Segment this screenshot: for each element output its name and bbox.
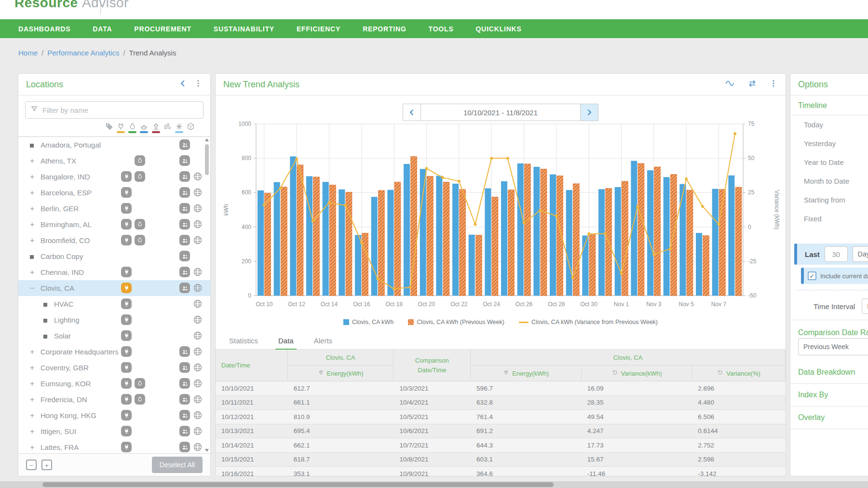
submeters-icon[interactable] bbox=[179, 410, 190, 420]
expand-icon[interactable]: + bbox=[30, 236, 41, 245]
submeters-icon[interactable] bbox=[179, 251, 190, 261]
virtual-meter-icon[interactable] bbox=[192, 314, 203, 325]
submeters-icon[interactable] bbox=[179, 187, 190, 198]
collapse-icon[interactable]: − bbox=[30, 284, 41, 293]
location-row[interactable]: Carbon Copy bbox=[18, 248, 210, 264]
electricity-meter-icon[interactable] bbox=[121, 314, 132, 325]
last-unit-select[interactable]: Days bbox=[853, 246, 868, 262]
electricity-meter-icon[interactable] bbox=[121, 410, 132, 420]
virtual-meter-icon[interactable] bbox=[192, 283, 203, 293]
submeters-icon[interactable] bbox=[179, 235, 190, 245]
scrollbar-thumb[interactable] bbox=[205, 144, 209, 175]
water-icon[interactable] bbox=[139, 122, 149, 133]
timeline-option-today[interactable]: Today bbox=[790, 115, 868, 134]
section-header-data-breakdown[interactable]: Data Breakdown bbox=[790, 361, 868, 384]
table-row[interactable]: 10/16/2021353.110/9/2021364.6-11.46-3.14… bbox=[216, 467, 786, 476]
virtual-meter-icon[interactable] bbox=[192, 219, 203, 230]
expand-icon[interactable]: + bbox=[30, 380, 41, 388]
submeters-icon[interactable] bbox=[179, 346, 190, 357]
location-row[interactable]: −Clovis, CA bbox=[18, 280, 210, 296]
tab-data[interactable]: Data bbox=[278, 332, 294, 349]
nav-item-sustainability[interactable]: SUSTAINABILITY bbox=[214, 25, 274, 33]
expand-icon[interactable]: + bbox=[30, 348, 41, 356]
expand-icon[interactable]: + bbox=[30, 157, 41, 165]
gas-icon[interactable] bbox=[127, 122, 137, 133]
table-row[interactable]: 10/14/2021662.110/7/2021644.317.732.752 bbox=[216, 438, 786, 453]
electricity-meter-icon[interactable] bbox=[121, 219, 132, 230]
table-row[interactable]: 10/10/2021612.710/3/2021596.716.092.696 bbox=[216, 381, 786, 396]
submeters-icon[interactable] bbox=[179, 426, 190, 436]
virtual-meter-icon[interactable] bbox=[192, 267, 203, 277]
submeters-icon[interactable] bbox=[179, 283, 190, 293]
electricity-meter-icon[interactable] bbox=[121, 267, 132, 277]
electricity-meter-icon[interactable] bbox=[121, 171, 132, 182]
timeline-option-starting-from[interactable]: Starting from bbox=[790, 190, 868, 209]
expand-icon[interactable]: + bbox=[30, 395, 41, 404]
timeline-header[interactable]: Timeline bbox=[790, 95, 868, 115]
expand-icon[interactable]: + bbox=[30, 220, 41, 229]
location-row[interactable]: Lighting bbox=[18, 312, 210, 328]
expand-icon[interactable]: + bbox=[30, 204, 41, 213]
electricity-meter-icon[interactable] bbox=[121, 362, 132, 373]
submeters-icon[interactable] bbox=[179, 171, 190, 182]
collapse-all-button[interactable]: − bbox=[26, 460, 37, 470]
expand-icon[interactable]: + bbox=[30, 268, 41, 277]
timeline-option-month-to-date[interactable]: Month to Date bbox=[790, 172, 868, 190]
location-row[interactable]: +Corporate Headquarters bbox=[18, 344, 210, 360]
nav-item-tools[interactable]: TOOLS bbox=[429, 25, 454, 33]
submeters-icon[interactable] bbox=[179, 219, 190, 230]
location-row[interactable]: +Broomfield, CO bbox=[18, 232, 210, 248]
electricity-meter-icon[interactable] bbox=[121, 187, 132, 198]
gas-meter-icon[interactable] bbox=[135, 378, 145, 389]
location-row[interactable]: +Berlin, GER bbox=[18, 201, 210, 217]
location-row[interactable]: +Fredericia, DN bbox=[18, 392, 210, 407]
locations-scrollbar[interactable] bbox=[204, 138, 209, 452]
virtual-meter-icon[interactable] bbox=[192, 378, 203, 389]
electricity-meter-icon[interactable] bbox=[121, 298, 132, 309]
expand-icon[interactable]: + bbox=[30, 364, 41, 372]
gas-meter-icon[interactable] bbox=[135, 235, 145, 245]
gas-meter-icon[interactable] bbox=[135, 219, 145, 230]
virtual-meter-icon[interactable] bbox=[192, 426, 203, 436]
electricity-meter-icon[interactable] bbox=[121, 426, 132, 436]
electricity-meter-icon[interactable] bbox=[121, 346, 132, 357]
virtual-meter-icon[interactable] bbox=[192, 442, 203, 452]
comparison-range-select[interactable]: Previous Week bbox=[798, 338, 868, 355]
electricity-meter-icon[interactable] bbox=[121, 235, 132, 245]
nav-item-efficiency[interactable]: EFFICIENCY bbox=[297, 25, 340, 33]
column-header-variance-pct[interactable]: Variance(%) bbox=[692, 366, 785, 381]
column-header-energy-2[interactable]: Energy(kWh) bbox=[471, 366, 582, 381]
submeters-icon[interactable] bbox=[179, 203, 190, 214]
virtual-meter-icon[interactable] bbox=[192, 298, 203, 309]
material-icon[interactable] bbox=[186, 122, 196, 133]
location-row[interactable]: +Bangalore, IND bbox=[18, 169, 210, 185]
virtual-meter-icon[interactable] bbox=[192, 410, 203, 420]
kebab-menu-icon[interactable] bbox=[769, 79, 778, 90]
timeline-option-year-to-date[interactable]: Year to Date bbox=[790, 153, 868, 172]
electricity-meter-icon[interactable] bbox=[121, 283, 132, 293]
virtual-meter-icon[interactable] bbox=[192, 394, 203, 405]
previous-period-button[interactable] bbox=[403, 104, 421, 121]
column-header-energy[interactable]: Energy(kWh) bbox=[288, 366, 393, 381]
tab-alerts[interactable]: Alerts bbox=[314, 332, 332, 349]
virtual-meter-icon[interactable] bbox=[192, 171, 203, 182]
deselect-all-button[interactable]: Deselect All bbox=[152, 457, 203, 473]
virtual-meter-icon[interactable] bbox=[192, 362, 203, 373]
location-row[interactable]: +Coventry, GBR bbox=[18, 360, 210, 376]
timeline-last-option[interactable]: Last Days bbox=[794, 244, 868, 265]
location-row[interactable]: +Eumsung, KOR bbox=[18, 376, 210, 392]
electricity-meter-icon[interactable] bbox=[121, 203, 132, 214]
breadcrumb-item[interactable]: Home bbox=[18, 49, 38, 57]
time-interval-select[interactable]: By bbox=[862, 298, 868, 314]
electricity-icon[interactable] bbox=[116, 122, 126, 133]
horizontal-scrollbar-thumb[interactable] bbox=[42, 482, 554, 487]
column-header-date-time[interactable]: Date/Time bbox=[216, 350, 288, 381]
gas-meter-icon[interactable] bbox=[135, 155, 145, 166]
virtual-meter-icon[interactable] bbox=[192, 235, 203, 245]
horizontal-scrollbar[interactable] bbox=[0, 481, 868, 488]
next-period-button[interactable] bbox=[580, 104, 598, 121]
kebab-menu-icon[interactable] bbox=[194, 79, 203, 90]
expand-icon[interactable]: + bbox=[30, 411, 41, 420]
submeters-icon[interactable] bbox=[179, 155, 190, 166]
submeters-icon[interactable] bbox=[179, 378, 190, 389]
